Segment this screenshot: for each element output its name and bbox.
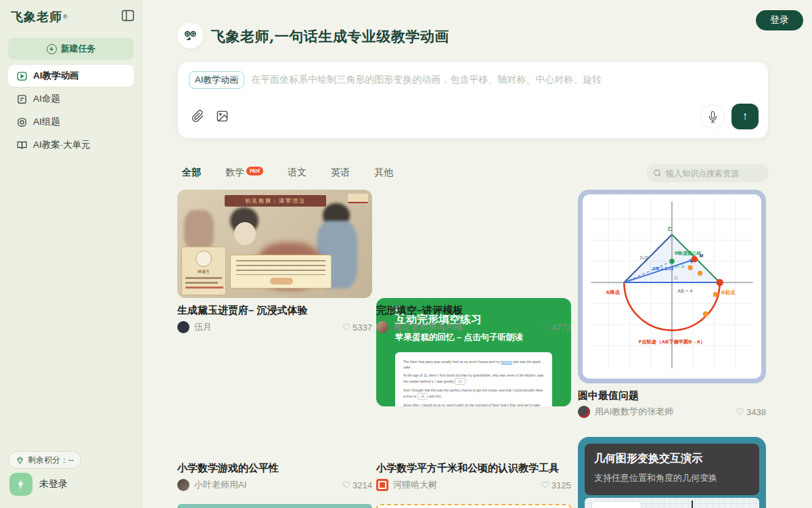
sidebar-item-label: AI组题: [33, 116, 60, 128]
likes[interactable]: ♡3214: [342, 480, 372, 490]
decor-line: [185, 287, 223, 289]
sidebar-item-ai-question[interactable]: AI命题: [8, 88, 134, 110]
search-icon: [653, 169, 662, 177]
page-title: 飞象老师,一句话生成专业级教学动画: [211, 27, 449, 46]
prompt-placeholder: 在平面坐标系中绘制三角形的图形变换的动画，包含平移、轴对称、中心对称、旋转: [251, 74, 602, 86]
new-task-button[interactable]: + 新建任务: [8, 38, 134, 60]
card-author-row: 用AI教数学的张老师 ♡3438: [578, 406, 766, 418]
card-geometry-transform[interactable]: 几何图形变换交互演示 支持任意位置和角度的几何变换: [578, 437, 766, 508]
card-title[interactable]: 完形填空–讲评模板: [376, 304, 571, 317]
card-author-row: 海淀老师勇闯AI圈 ♡4772: [376, 321, 571, 333]
svg-text:C: C: [668, 226, 673, 232]
sidebar-item-ai-animation[interactable]: AI教学动画: [8, 65, 134, 87]
likes-count: 5337: [353, 322, 372, 333]
microphone-button[interactable]: [700, 104, 725, 129]
sidebar-menu: AI教学动画 AI命题 AI组题 AI教案·大单元: [8, 65, 134, 157]
scene-banner: 初见相拥：满室泪泣: [225, 195, 326, 207]
tab-english[interactable]: 英语: [331, 167, 350, 179]
card-author-row: 河狸啃大树 ♡3125: [376, 479, 571, 491]
heart-icon: ♡: [541, 480, 550, 490]
sidebar-item-ai-lesson[interactable]: AI教案·大单元: [8, 134, 134, 156]
character-avatar: [196, 251, 212, 267]
attachment-icon[interactable]: [191, 110, 205, 123]
login-button[interactable]: 登录: [756, 10, 803, 30]
prompt-mode-tag[interactable]: AI教学动画: [189, 71, 244, 89]
author-name: 河狸啃大树: [393, 479, 437, 491]
geo-subtitle: 支持任意位置和角度的几何变换: [594, 472, 750, 484]
search-input[interactable]: [666, 169, 761, 178]
dialog-button: [270, 278, 293, 284]
user-avatar: [9, 473, 32, 496]
sidebar: 飞象老师 ® + 新建任务 AI教学动画 AI命题 AI组题 AI教案·大单元 …: [0, 0, 142, 508]
dialog-text-lines: [236, 260, 325, 275]
svg-text:O: O: [674, 276, 677, 280]
character-name: 林黛玉: [182, 269, 225, 275]
prompt-input-card[interactable]: AI教学动画 在平面坐标系中绘制三角形的图形变换的动画，包含平移、轴对称、中心对…: [177, 61, 769, 139]
likes-count: 3125: [551, 480, 571, 490]
decor-line: [185, 277, 222, 279]
likes-count: 3438: [746, 407, 766, 417]
card-circle-thumbnail[interactable]: C 2√2 M轨迹圆心M (0, 1) M AM = 3.14 AB = 4 O…: [578, 190, 766, 383]
card-title[interactable]: 圆中最值问题: [578, 389, 766, 402]
logo-trademark: ®: [63, 14, 68, 20]
heart-icon: ♡: [342, 322, 351, 333]
likes[interactable]: ♡3125: [541, 480, 571, 490]
sidebar-item-label: AI命题: [33, 93, 60, 105]
category-tabs: 全部 数学Hot 语文 英语 其他: [182, 167, 393, 179]
tab-other[interactable]: 其他: [374, 167, 393, 179]
svg-text:P点轨迹（AB下侧半圆B→A）: P点轨迹（AB下侧半圆B→A）: [639, 339, 706, 345]
cloze-text-panel: The New Year party was usually held at m…: [395, 352, 552, 406]
cloze-subheading: 苹果蛋糕的回忆 – 点击句子听朗读: [395, 332, 523, 343]
geo-canvas: [585, 498, 759, 508]
svg-text:AB = 4: AB = 4: [677, 288, 692, 294]
arrow-up-icon: ↑: [742, 110, 748, 123]
heart-icon: ♡: [736, 406, 745, 417]
next-card-sliver: [177, 504, 372, 508]
card-author-row: 伍月 ♡5337: [177, 321, 372, 333]
svg-text:B起点: B起点: [721, 289, 736, 295]
corner-chip: [348, 194, 368, 203]
svg-text:(0, 1): (0, 1): [675, 263, 685, 268]
login-status-label: 未登录: [39, 478, 68, 490]
svg-text:A终点: A终点: [606, 289, 620, 295]
character-panel: 林黛玉: [181, 247, 226, 295]
image-upload-icon[interactable]: [216, 110, 229, 123]
plus-icon: +: [47, 44, 57, 54]
author-name: 用AI教数学的张老师: [595, 406, 673, 418]
tab-chinese[interactable]: 语文: [288, 167, 307, 179]
hot-badge: Hot: [246, 167, 263, 175]
card-title[interactable]: 小学数学平方千米和公顷的认识教学工具: [376, 462, 571, 475]
author-avatar: [177, 479, 189, 491]
geo-header-panel: 几何图形变换交互演示 支持任意位置和角度的几何变换: [585, 444, 759, 495]
login-label: 登录: [770, 14, 789, 26]
tab-all[interactable]: 全部: [182, 167, 201, 179]
likes-count: 3214: [353, 480, 372, 490]
tab-math[interactable]: 数学Hot: [225, 167, 263, 179]
card-title[interactable]: 生成黛玉进贾府– 沉浸式体验: [177, 304, 372, 317]
author-avatar: [376, 321, 388, 333]
dialog-box: [230, 255, 332, 289]
submit-button[interactable]: ↑: [731, 104, 759, 129]
points-remaining[interactable]: 剩余积分：--: [8, 451, 81, 469]
svg-text:2√2: 2√2: [639, 255, 648, 261]
sidebar-item-label: AI教案·大单元: [33, 139, 91, 151]
geo-title: 几何图形变换交互演示: [594, 452, 750, 466]
sidebar-item-ai-quiz[interactable]: AI组题: [8, 111, 134, 133]
likes[interactable]: ♡5337: [342, 322, 372, 333]
heart-icon: ♡: [541, 322, 550, 333]
document-icon: [16, 93, 28, 105]
heart-icon: ♡: [342, 480, 351, 490]
card-title[interactable]: 小学数学游戏的公平性: [177, 462, 372, 475]
app-logo: 飞象老师 ®: [11, 8, 131, 26]
likes[interactable]: ♡3438: [736, 406, 766, 417]
resource-search[interactable]: [646, 164, 769, 182]
likes[interactable]: ♡4772: [541, 322, 571, 333]
geo-cursor: [692, 501, 693, 508]
card-daiyu-thumbnail[interactable]: 初见相拥：满室泪泣 林黛玉: [177, 190, 372, 298]
sidebar-collapse-icon[interactable]: [120, 8, 135, 23]
user-account[interactable]: 未登录: [9, 473, 68, 496]
author-avatar: [578, 406, 590, 418]
compose-icon: [16, 117, 28, 128]
author-avatar: [177, 321, 189, 333]
likes-count: 4772: [551, 322, 571, 333]
